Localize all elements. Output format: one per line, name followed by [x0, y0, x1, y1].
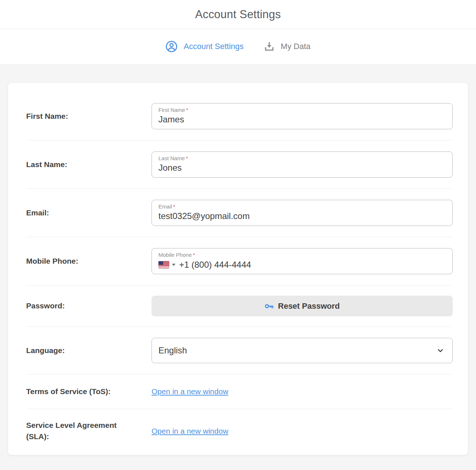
last-name-input[interactable] — [158, 162, 446, 173]
mobile-phone-row-label: Mobile Phone: — [26, 256, 152, 267]
tos-open-link[interactable]: Open in a new window — [152, 387, 228, 396]
email-input[interactable] — [158, 210, 446, 221]
tos-row: Terms of Service (ToS): Open in a new wi… — [26, 374, 453, 409]
tab-account-settings[interactable]: Account Settings — [165, 40, 243, 53]
sla-open-link[interactable]: Open in a new window — [152, 427, 228, 435]
last-name-row-label: Last Name: — [26, 159, 152, 170]
tab-account-settings-label: Account Settings — [183, 42, 243, 51]
language-selected-value: English — [158, 345, 187, 356]
first-name-field[interactable]: First Name* — [152, 103, 453, 129]
app-header: Account Settings — [0, 0, 476, 29]
tab-my-data-label: My Data — [281, 42, 311, 51]
language-select[interactable]: English — [152, 338, 453, 363]
email-field[interactable]: Email* — [152, 200, 453, 226]
first-name-row-label: First Name: — [26, 111, 152, 122]
account-settings-card: First Name: First Name* Last Name: Last … — [8, 83, 468, 455]
required-asterisk: * — [173, 203, 176, 210]
mobile-phone-field-label: Mobile Phone — [158, 252, 192, 258]
mobile-phone-value[interactable]: +1 (800) 444-4444 — [179, 260, 251, 270]
us-flag-icon — [158, 261, 169, 268]
main-area: First Name: First Name* Last Name: Last … — [0, 64, 476, 455]
first-name-field-label: First Name — [158, 107, 185, 113]
first-name-row: First Name: First Name* — [26, 92, 453, 140]
last-name-row: Last Name: Last Name* — [26, 140, 453, 189]
reset-password-label: Reset Password — [278, 301, 340, 311]
mobile-phone-field[interactable]: Mobile Phone* +1 (800) 444-4444 — [152, 248, 453, 274]
caret-down-icon — [172, 264, 176, 266]
required-asterisk: * — [193, 252, 195, 258]
reset-password-button[interactable]: Reset Password — [152, 296, 453, 316]
sla-row: Service Level Agreement (SLA): Open in a… — [26, 409, 453, 453]
country-code-selector[interactable] — [158, 261, 176, 268]
last-name-field-label: Last Name — [158, 155, 185, 161]
password-row: Password: Reset Password — [26, 285, 453, 327]
first-name-input[interactable] — [158, 114, 446, 125]
key-icon — [265, 301, 274, 311]
required-asterisk: * — [186, 107, 188, 113]
chevron-down-icon — [436, 347, 444, 354]
page-title: Account Settings — [195, 8, 281, 21]
sla-row-label: Service Level Agreement (SLA): — [26, 420, 152, 442]
last-name-field[interactable]: Last Name* — [152, 151, 453, 178]
email-row-label: Email: — [26, 207, 152, 218]
tab-my-data[interactable]: My Data — [263, 41, 311, 52]
download-icon — [263, 41, 275, 52]
email-field-label: Email — [158, 203, 172, 210]
language-row: Language: English — [26, 327, 453, 374]
language-row-label: Language: — [26, 345, 152, 356]
tab-bar: Account Settings My Data — [0, 29, 476, 64]
required-asterisk: * — [186, 155, 188, 161]
mobile-phone-row: Mobile Phone: Mobile Phone* +1 (800) 444… — [26, 237, 453, 285]
tos-row-label: Terms of Service (ToS): — [26, 386, 152, 397]
password-row-label: Password: — [26, 300, 152, 311]
person-circle-icon — [165, 40, 178, 53]
email-row: Email: Email* — [26, 189, 453, 237]
